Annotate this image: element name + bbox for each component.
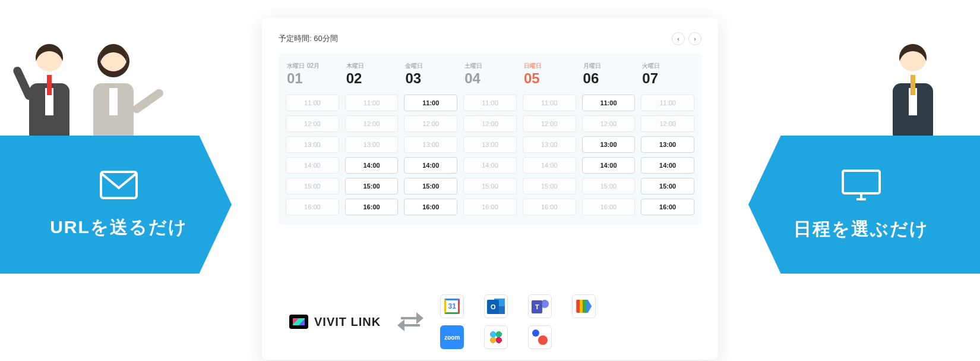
time-slot: 14:00 xyxy=(523,157,576,174)
time-slot[interactable]: 15:00 xyxy=(641,178,694,194)
time-slot: 12:00 xyxy=(463,115,517,132)
time-slot[interactable]: 16:00 xyxy=(404,199,457,215)
scheduling-card: 予定時間: 60分間 ‹ › 水曜日02月0111:0012:0013:0014… xyxy=(262,18,718,360)
time-slot: 14:00 xyxy=(286,157,339,174)
google-meet-icon xyxy=(572,294,596,318)
time-slot: 12:00 xyxy=(641,115,694,132)
pick-date-caption: 日程を選ぶだけ xyxy=(794,217,929,241)
time-slot[interactable]: 14:00 xyxy=(582,157,636,174)
calendar-grid: 水曜日02月0111:0012:0013:0014:0015:0016:00木曜… xyxy=(279,54,701,225)
outlook-icon xyxy=(484,294,508,318)
time-slot: 11:00 xyxy=(463,95,517,111)
day-column: 火曜日0711:0012:0013:0014:0015:0016:00 xyxy=(641,62,694,215)
time-slot: 15:00 xyxy=(582,178,636,194)
time-slot: 11:00 xyxy=(523,95,576,111)
day-column: 土曜日0411:0012:0013:0014:0015:0016:00 xyxy=(463,62,517,215)
integrations-row: VIVIT LINK xyxy=(279,288,701,349)
time-slot[interactable]: 11:00 xyxy=(582,95,636,111)
time-slot: 16:00 xyxy=(582,199,636,215)
time-slot: 12:00 xyxy=(345,115,399,132)
day-of-week-label: 日曜日 xyxy=(524,62,575,70)
time-slot: 12:00 xyxy=(286,115,339,132)
time-slot: 13:00 xyxy=(404,136,457,153)
other-app-icon xyxy=(528,325,552,349)
day-of-week-label: 月曜日 xyxy=(583,62,634,70)
time-slot: 12:00 xyxy=(404,115,457,132)
day-column: 木曜日0211:0012:0013:0014:0015:0016:00 xyxy=(345,62,399,215)
time-slot: 16:00 xyxy=(523,199,576,215)
day-of-week-label: 土曜日 xyxy=(464,62,516,70)
time-slot: 16:00 xyxy=(286,199,339,215)
day-number: 04 xyxy=(464,71,516,86)
day-number: 07 xyxy=(642,71,693,86)
send-url-banner: URLを送るだけ xyxy=(0,136,232,274)
time-slot: 15:00 xyxy=(463,178,517,194)
time-slot: 12:00 xyxy=(582,115,636,132)
time-slot[interactable]: 15:00 xyxy=(345,178,399,194)
day-number: 05 xyxy=(524,71,575,86)
day-column: 日曜日0511:0012:0013:0014:0015:0016:00 xyxy=(523,62,576,215)
send-url-caption: URLを送るだけ xyxy=(50,215,188,240)
brand-name-a: VIVIT xyxy=(314,315,347,328)
time-slot: 16:00 xyxy=(463,199,517,215)
slack-icon xyxy=(484,325,508,349)
day-of-week-label: 水曜日02月 xyxy=(287,62,338,70)
pick-date-banner: 日程を選ぶだけ xyxy=(748,136,980,274)
day-of-week-label: 金曜日 xyxy=(405,62,456,70)
time-slot[interactable]: 14:00 xyxy=(641,157,694,174)
svg-rect-1 xyxy=(843,171,880,193)
time-slot[interactable]: 15:00 xyxy=(404,178,457,194)
mail-icon xyxy=(99,170,138,202)
time-slot[interactable]: 11:00 xyxy=(404,95,457,111)
time-slot: 11:00 xyxy=(345,95,399,111)
customer-person-illustration xyxy=(886,42,940,137)
time-slot: 13:00 xyxy=(463,136,517,153)
time-slot[interactable]: 14:00 xyxy=(404,157,457,174)
monitor-icon xyxy=(840,168,882,204)
day-column: 月曜日0611:0012:0013:0014:0015:0016:00 xyxy=(582,62,636,215)
time-slot: 12:00 xyxy=(523,115,576,132)
next-week-button[interactable]: › xyxy=(688,32,701,45)
time-slot: 15:00 xyxy=(286,178,339,194)
day-number: 06 xyxy=(583,71,634,86)
day-column: 金曜日0311:0012:0013:0014:0015:0016:00 xyxy=(404,62,457,215)
day-of-week-label: 火曜日 xyxy=(642,62,693,70)
brand-name-b: LINK xyxy=(351,315,381,328)
time-slot[interactable]: 16:00 xyxy=(345,199,399,215)
google-calendar-icon xyxy=(440,294,464,318)
microsoft-teams-icon xyxy=(528,294,552,318)
chevron-right-icon: › xyxy=(694,35,696,42)
time-slot: 13:00 xyxy=(523,136,576,153)
day-number: 02 xyxy=(346,71,397,86)
time-slot: 11:00 xyxy=(641,95,694,111)
time-slot[interactable]: 13:00 xyxy=(641,136,694,153)
time-slot: 15:00 xyxy=(523,178,576,194)
week-nav: ‹ › xyxy=(672,32,701,45)
time-slot[interactable]: 14:00 xyxy=(345,157,399,174)
company-people-illustration xyxy=(23,42,140,137)
day-number: 03 xyxy=(405,71,456,86)
integration-apps xyxy=(440,294,598,349)
vivitlink-logo: VIVIT LINK xyxy=(289,315,381,329)
time-slot: 14:00 xyxy=(463,157,517,174)
time-slot[interactable]: 13:00 xyxy=(582,136,636,153)
time-slot[interactable]: 16:00 xyxy=(641,199,694,215)
day-of-week-label: 木曜日 xyxy=(346,62,397,70)
day-column: 水曜日02月0111:0012:0013:0014:0015:0016:00 xyxy=(286,62,339,215)
time-slot: 13:00 xyxy=(345,136,399,153)
month-label: 02月 xyxy=(307,62,320,70)
time-slot: 11:00 xyxy=(286,95,339,111)
duration-label: 予定時間: 60分間 xyxy=(279,33,338,44)
zoom-icon xyxy=(440,325,464,349)
svg-rect-0 xyxy=(101,172,137,198)
vivitlink-badge-icon xyxy=(289,315,308,329)
sync-arrows-icon xyxy=(397,310,423,334)
day-number: 01 xyxy=(287,71,338,86)
time-slot: 13:00 xyxy=(286,136,339,153)
chevron-left-icon: ‹ xyxy=(677,35,679,42)
prev-week-button[interactable]: ‹ xyxy=(672,32,685,45)
